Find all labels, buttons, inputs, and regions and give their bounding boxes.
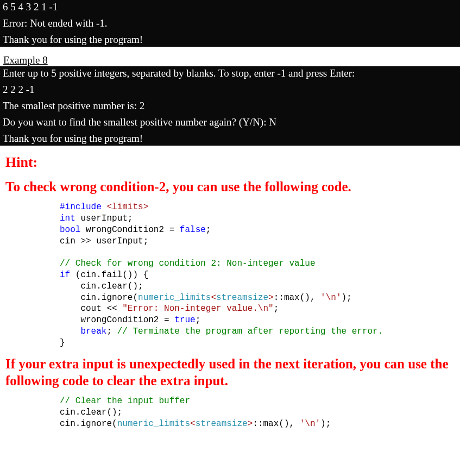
code-text: ; <box>106 327 117 336</box>
code-text: ::max(), <box>274 293 320 303</box>
console-line: Do you want to find the smallest positiv… <box>3 116 457 128</box>
console-line: Error: Not ended with -1. <box>3 17 457 29</box>
code-sym: > <box>268 293 274 303</box>
code-text: wrongCondition2 = <box>60 315 174 325</box>
code-keyword: bool <box>60 225 80 235</box>
code-literal: '\n' <box>320 293 341 303</box>
code-text: ::max(), <box>253 419 299 429</box>
code-comment: // Clear the input buffer <box>60 396 190 406</box>
console-line: Thank you for using the program! <box>3 133 457 145</box>
code-text: ; <box>274 304 279 314</box>
code-comment: // Terminate the program after reporting… <box>117 327 383 336</box>
code-sym: < <box>211 293 216 303</box>
hint-text-1: To check wrong condition-2, you can use … <box>5 178 455 195</box>
code-keyword: true <box>174 315 195 325</box>
console-line: 6 5 4 3 2 1 -1 <box>3 1 457 13</box>
code-sym: > <box>248 419 253 429</box>
code-text: cin.ignore( <box>60 293 138 303</box>
code-text: ; <box>196 315 201 325</box>
code-type: streamsize <box>196 419 248 429</box>
code-sym: < <box>190 419 196 429</box>
code-literal: '\n' <box>300 419 320 429</box>
code-type: numeric_limits <box>117 419 190 429</box>
code-keyword: false <box>180 225 206 235</box>
code-text: } <box>60 338 65 348</box>
code-type: streamsize <box>216 293 268 303</box>
code-text: cin >> userInput; <box>60 236 148 246</box>
code-text: userInput; <box>75 214 133 223</box>
code-text: cin.ignore( <box>60 419 117 429</box>
console-line: The smallest positive number is: 2 <box>3 100 457 112</box>
code-text: ); <box>320 419 331 429</box>
hint-text-2: If your extra input is unexpectedly used… <box>5 355 455 390</box>
code-literal: "Error: Non-integer value.\n" <box>122 304 273 314</box>
code-block-2: // Clear the input buffer cin.clear(); c… <box>60 396 455 429</box>
code-keyword: #include <box>60 202 106 212</box>
console-output-2: Enter up to 5 positive integers, separat… <box>0 66 460 146</box>
console-output-1: 6 5 4 3 2 1 -1 Error: Not ended with -1.… <box>0 0 460 47</box>
code-text: cin.clear(); <box>60 281 143 291</box>
code-keyword: if <box>60 270 70 280</box>
code-keyword: break <box>80 327 106 336</box>
hint-heading: Hint: <box>5 154 455 171</box>
code-text <box>60 327 80 336</box>
code-literal: <limits> <box>106 202 148 212</box>
code-text: cout << <box>60 304 122 314</box>
console-line: Thank you for using the program! <box>3 34 457 46</box>
example-heading: Example 8 <box>3 54 460 66</box>
code-text: ; <box>206 225 211 235</box>
code-block-1: #include <limits> int userInput; bool wr… <box>60 202 455 348</box>
code-text: wrongCondition2 = <box>80 225 179 235</box>
code-type: numeric_limits <box>138 293 211 303</box>
console-line: Enter up to 5 positive integers, separat… <box>3 67 457 79</box>
code-text: cin.clear(); <box>60 408 122 417</box>
code-comment: // Check for wrong condition 2: Non-inte… <box>60 259 315 268</box>
code-text: ); <box>342 293 352 303</box>
console-line: 2 2 2 -1 <box>3 84 457 96</box>
code-keyword: int <box>60 214 75 223</box>
code-text: (cin.fail()) { <box>70 270 148 280</box>
